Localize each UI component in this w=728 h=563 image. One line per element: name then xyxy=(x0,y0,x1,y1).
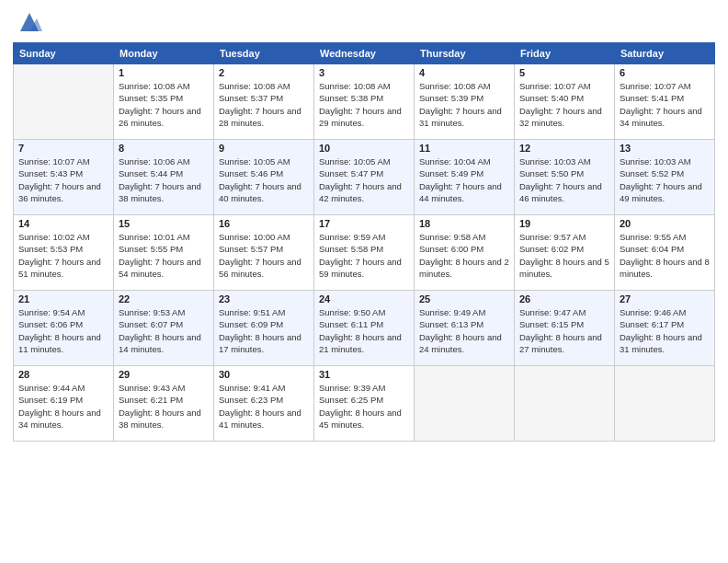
calendar-cell: 26Sunrise: 9:47 AMSunset: 6:15 PMDayligh… xyxy=(515,291,615,366)
calendar-week-row: 1Sunrise: 10:08 AMSunset: 5:35 PMDayligh… xyxy=(14,64,715,140)
calendar-cell: 30Sunrise: 9:41 AMSunset: 6:23 PMDayligh… xyxy=(214,366,314,442)
logo xyxy=(13,9,42,35)
calendar-cell: 7Sunrise: 10:07 AMSunset: 5:43 PMDayligh… xyxy=(14,140,114,215)
calendar-week-row: 7Sunrise: 10:07 AMSunset: 5:43 PMDayligh… xyxy=(14,140,715,215)
day-number: 1 xyxy=(119,67,209,78)
page: SundayMondayTuesdayWednesdayThursdayFrid… xyxy=(0,0,728,563)
day-info: Sunrise: 10:07 AMSunset: 5:40 PMDaylight… xyxy=(519,80,609,129)
day-info: Sunrise: 9:58 AMSunset: 6:00 PMDaylight:… xyxy=(419,231,509,280)
day-number: 13 xyxy=(620,143,710,154)
calendar-cell: 5Sunrise: 10:07 AMSunset: 5:40 PMDayligh… xyxy=(515,64,615,140)
day-info: Sunrise: 10:08 AMSunset: 5:35 PMDaylight… xyxy=(119,80,209,129)
day-number: 25 xyxy=(419,293,509,304)
day-number: 12 xyxy=(519,143,609,154)
day-number: 3 xyxy=(319,67,409,78)
day-info: Sunrise: 10:03 AMSunset: 5:50 PMDaylight… xyxy=(519,155,609,204)
logo-icon xyxy=(17,9,42,35)
calendar-week-row: 21Sunrise: 9:54 AMSunset: 6:06 PMDayligh… xyxy=(14,291,715,366)
header xyxy=(13,9,715,35)
calendar-cell: 18Sunrise: 9:58 AMSunset: 6:00 PMDayligh… xyxy=(415,215,515,291)
calendar-cell: 17Sunrise: 9:59 AMSunset: 5:58 PMDayligh… xyxy=(314,215,415,291)
calendar-header-monday: Monday xyxy=(114,43,214,64)
day-info: Sunrise: 9:44 AMSunset: 6:19 PMDaylight:… xyxy=(18,382,108,431)
calendar-cell: 13Sunrise: 10:03 AMSunset: 5:52 PMDaylig… xyxy=(615,140,715,215)
day-info: Sunrise: 9:54 AMSunset: 6:06 PMDaylight:… xyxy=(18,306,108,355)
calendar-header-row: SundayMondayTuesdayWednesdayThursdayFrid… xyxy=(14,43,715,64)
calendar-header-saturday: Saturday xyxy=(615,43,715,64)
day-number: 22 xyxy=(119,293,209,304)
calendar-cell: 2Sunrise: 10:08 AMSunset: 5:37 PMDayligh… xyxy=(214,64,314,140)
calendar-week-row: 14Sunrise: 10:02 AMSunset: 5:53 PMDaylig… xyxy=(14,215,715,291)
day-info: Sunrise: 10:04 AMSunset: 5:49 PMDaylight… xyxy=(419,155,509,204)
day-info: Sunrise: 10:02 AMSunset: 5:53 PMDaylight… xyxy=(18,231,108,280)
day-number: 27 xyxy=(620,293,710,304)
day-info: Sunrise: 9:55 AMSunset: 6:04 PMDaylight:… xyxy=(620,231,710,280)
calendar-header-sunday: Sunday xyxy=(14,43,114,64)
day-info: Sunrise: 9:46 AMSunset: 6:17 PMDaylight:… xyxy=(620,306,710,355)
day-info: Sunrise: 9:39 AMSunset: 6:25 PMDaylight:… xyxy=(319,382,409,431)
day-number: 29 xyxy=(119,369,209,380)
day-number: 17 xyxy=(319,218,409,229)
day-number: 4 xyxy=(419,67,509,78)
day-info: Sunrise: 10:06 AMSunset: 5:44 PMDaylight… xyxy=(119,155,209,204)
day-number: 11 xyxy=(419,143,509,154)
calendar-cell: 11Sunrise: 10:04 AMSunset: 5:49 PMDaylig… xyxy=(415,140,515,215)
day-info: Sunrise: 9:47 AMSunset: 6:15 PMDaylight:… xyxy=(519,306,609,355)
day-info: Sunrise: 9:53 AMSunset: 6:07 PMDaylight:… xyxy=(119,306,209,355)
day-number: 19 xyxy=(519,218,609,229)
day-info: Sunrise: 10:05 AMSunset: 5:47 PMDaylight… xyxy=(319,155,409,204)
calendar-cell: 12Sunrise: 10:03 AMSunset: 5:50 PMDaylig… xyxy=(515,140,615,215)
day-info: Sunrise: 10:08 AMSunset: 5:37 PMDaylight… xyxy=(219,80,309,129)
calendar-cell: 16Sunrise: 10:00 AMSunset: 5:57 PMDaylig… xyxy=(214,215,314,291)
day-info: Sunrise: 9:57 AMSunset: 6:02 PMDaylight:… xyxy=(519,231,609,280)
day-number: 26 xyxy=(519,293,609,304)
calendar-cell: 25Sunrise: 9:49 AMSunset: 6:13 PMDayligh… xyxy=(415,291,515,366)
day-number: 5 xyxy=(519,67,609,78)
calendar-cell: 24Sunrise: 9:50 AMSunset: 6:11 PMDayligh… xyxy=(314,291,415,366)
calendar-cell: 21Sunrise: 9:54 AMSunset: 6:06 PMDayligh… xyxy=(14,291,114,366)
day-number: 18 xyxy=(419,218,509,229)
calendar-cell: 9Sunrise: 10:05 AMSunset: 5:46 PMDayligh… xyxy=(214,140,314,215)
calendar-cell xyxy=(615,366,715,442)
calendar-cell: 1Sunrise: 10:08 AMSunset: 5:35 PMDayligh… xyxy=(114,64,214,140)
day-number: 31 xyxy=(319,369,409,380)
calendar-table: SundayMondayTuesdayWednesdayThursdayFrid… xyxy=(13,42,715,442)
day-number: 24 xyxy=(319,293,409,304)
day-number: 15 xyxy=(119,218,209,229)
day-info: Sunrise: 9:41 AMSunset: 6:23 PMDaylight:… xyxy=(219,382,309,431)
calendar-header-wednesday: Wednesday xyxy=(314,43,415,64)
calendar-cell: 31Sunrise: 9:39 AMSunset: 6:25 PMDayligh… xyxy=(314,366,415,442)
calendar-cell: 23Sunrise: 9:51 AMSunset: 6:09 PMDayligh… xyxy=(214,291,314,366)
day-info: Sunrise: 9:59 AMSunset: 5:58 PMDaylight:… xyxy=(319,231,409,280)
calendar-cell: 6Sunrise: 10:07 AMSunset: 5:41 PMDayligh… xyxy=(615,64,715,140)
calendar-header-thursday: Thursday xyxy=(415,43,515,64)
calendar-cell xyxy=(415,366,515,442)
day-info: Sunrise: 9:43 AMSunset: 6:21 PMDaylight:… xyxy=(119,382,209,431)
calendar-cell: 20Sunrise: 9:55 AMSunset: 6:04 PMDayligh… xyxy=(615,215,715,291)
day-info: Sunrise: 9:51 AMSunset: 6:09 PMDaylight:… xyxy=(219,306,309,355)
calendar-cell: 4Sunrise: 10:08 AMSunset: 5:39 PMDayligh… xyxy=(415,64,515,140)
day-number: 6 xyxy=(620,67,710,78)
day-number: 8 xyxy=(119,143,209,154)
calendar-cell: 29Sunrise: 9:43 AMSunset: 6:21 PMDayligh… xyxy=(114,366,214,442)
calendar-cell: 27Sunrise: 9:46 AMSunset: 6:17 PMDayligh… xyxy=(615,291,715,366)
calendar-cell: 22Sunrise: 9:53 AMSunset: 6:07 PMDayligh… xyxy=(114,291,214,366)
day-info: Sunrise: 10:00 AMSunset: 5:57 PMDaylight… xyxy=(219,231,309,280)
day-info: Sunrise: 10:03 AMSunset: 5:52 PMDaylight… xyxy=(620,155,710,204)
day-info: Sunrise: 10:08 AMSunset: 5:38 PMDaylight… xyxy=(319,80,409,129)
calendar-cell: 14Sunrise: 10:02 AMSunset: 5:53 PMDaylig… xyxy=(14,215,114,291)
day-info: Sunrise: 9:50 AMSunset: 6:11 PMDaylight:… xyxy=(319,306,409,355)
day-info: Sunrise: 10:07 AMSunset: 5:43 PMDaylight… xyxy=(18,155,108,204)
calendar-cell: 19Sunrise: 9:57 AMSunset: 6:02 PMDayligh… xyxy=(515,215,615,291)
day-number: 21 xyxy=(18,293,108,304)
calendar-cell xyxy=(14,64,114,140)
calendar-cell: 15Sunrise: 10:01 AMSunset: 5:55 PMDaylig… xyxy=(114,215,214,291)
day-number: 7 xyxy=(18,143,108,154)
day-number: 14 xyxy=(18,218,108,229)
day-info: Sunrise: 10:01 AMSunset: 5:55 PMDaylight… xyxy=(119,231,209,280)
day-number: 28 xyxy=(18,369,108,380)
calendar-week-row: 28Sunrise: 9:44 AMSunset: 6:19 PMDayligh… xyxy=(14,366,715,442)
day-info: Sunrise: 10:08 AMSunset: 5:39 PMDaylight… xyxy=(419,80,509,129)
day-info: Sunrise: 9:49 AMSunset: 6:13 PMDaylight:… xyxy=(419,306,509,355)
day-number: 16 xyxy=(219,218,309,229)
